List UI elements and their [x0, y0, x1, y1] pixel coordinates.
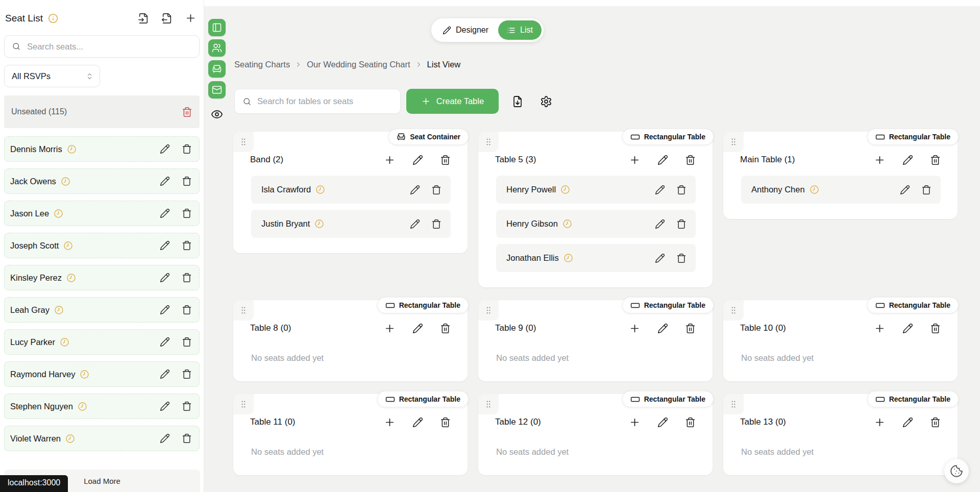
drag-handle[interactable]	[233, 300, 254, 321]
edit-table-button[interactable]	[657, 417, 668, 428]
edit-seat-button[interactable]	[410, 219, 420, 229]
toggle-sidebar-button[interactable]	[208, 19, 226, 36]
breadcrumb-seating-charts[interactable]: Seating Charts	[234, 60, 290, 69]
add-seat-to-table-button[interactable]	[874, 416, 886, 428]
export-seats-button[interactable]	[161, 13, 173, 24]
export-file-button[interactable]	[511, 95, 524, 108]
visibility-button[interactable]	[211, 108, 223, 120]
unseated-guest-row[interactable]: Dennis Morris	[4, 136, 200, 162]
delete-guest-button[interactable]	[182, 401, 192, 411]
edit-guest-button[interactable]	[160, 433, 170, 444]
unseated-guest-row[interactable]: Leah Gray	[4, 297, 200, 323]
add-seat-button[interactable]	[185, 12, 197, 24]
delete-seat-button[interactable]	[676, 185, 687, 195]
drag-handle[interactable]	[478, 132, 499, 152]
edit-guest-button[interactable]	[160, 369, 170, 379]
delete-table-button[interactable]	[930, 155, 941, 165]
delete-guest-button[interactable]	[182, 273, 192, 283]
delete-seat-button[interactable]	[676, 219, 687, 229]
edit-table-button[interactable]	[412, 417, 423, 428]
delete-guest-button[interactable]	[182, 305, 192, 315]
seat-row[interactable]: Henry Powell	[496, 176, 696, 204]
delete-guest-button[interactable]	[182, 433, 192, 444]
add-seat-to-table-button[interactable]	[874, 154, 886, 166]
seat-row[interactable]: Isla Crawford	[251, 176, 451, 204]
unseated-guest-row[interactable]: Joseph Scott	[4, 233, 200, 258]
rsvp-filter-select[interactable]: All RSVPs	[4, 65, 100, 87]
edit-guest-button[interactable]	[160, 401, 170, 411]
edit-table-button[interactable]	[412, 323, 423, 334]
edit-guest-button[interactable]	[160, 144, 170, 154]
cookie-consent-button[interactable]	[944, 459, 969, 483]
guests-button[interactable]	[208, 39, 226, 57]
table-search-input[interactable]	[257, 96, 393, 106]
edit-seat-button[interactable]	[900, 185, 910, 195]
unseated-guest-row[interactable]: Raymond Harvey	[4, 361, 200, 387]
drag-handle[interactable]	[723, 300, 744, 321]
import-seats-button[interactable]	[138, 13, 149, 24]
edit-guest-button[interactable]	[160, 273, 170, 283]
delete-table-button[interactable]	[440, 155, 451, 165]
settings-button[interactable]	[540, 95, 552, 108]
delete-table-button[interactable]	[930, 323, 941, 334]
seat-row[interactable]: Justin Bryant	[251, 210, 451, 238]
delete-table-button[interactable]	[930, 417, 941, 428]
delete-guest-button[interactable]	[182, 240, 192, 251]
add-seat-to-table-button[interactable]	[629, 416, 641, 428]
add-seat-to-table-button[interactable]	[629, 323, 641, 334]
edit-guest-button[interactable]	[160, 337, 170, 347]
drag-handle[interactable]	[723, 132, 744, 152]
edit-table-button[interactable]	[902, 323, 913, 334]
unseated-guest-row[interactable]: Lucy Parker	[4, 329, 200, 355]
seat-search-input[interactable]	[27, 42, 192, 52]
invitations-button[interactable]	[208, 81, 226, 99]
edit-guest-button[interactable]	[160, 240, 170, 251]
delete-table-button[interactable]	[685, 417, 696, 428]
delete-table-button[interactable]	[685, 155, 696, 165]
delete-guest-button[interactable]	[182, 208, 192, 218]
add-seat-to-table-button[interactable]	[629, 154, 641, 166]
unseated-guest-row[interactable]: Jason Lee	[4, 201, 200, 226]
drag-handle[interactable]	[478, 394, 499, 414]
unseated-guest-row[interactable]: Jack Owens	[4, 168, 200, 194]
breadcrumb-chart-name[interactable]: Our Wedding Seating Chart	[307, 60, 410, 69]
unseated-guest-row[interactable]: Kinsley Perez	[4, 265, 200, 290]
edit-table-button[interactable]	[412, 155, 423, 165]
unseated-guest-row[interactable]: Stephen Nguyen	[4, 393, 200, 419]
seat-row[interactable]: Jonathan Ellis	[496, 244, 696, 272]
edit-table-button[interactable]	[657, 155, 668, 165]
create-table-button[interactable]: Create Table	[406, 89, 499, 114]
delete-all-unseated-button[interactable]	[182, 107, 192, 117]
delete-seat-button[interactable]	[431, 185, 442, 195]
delete-guest-button[interactable]	[182, 176, 192, 186]
delete-table-button[interactable]	[440, 417, 451, 428]
edit-seat-button[interactable]	[655, 253, 665, 263]
edit-seat-button[interactable]	[655, 185, 665, 195]
delete-seat-button[interactable]	[431, 219, 442, 229]
edit-table-button[interactable]	[902, 417, 913, 428]
seat-row[interactable]: Henry Gibson	[496, 210, 696, 238]
delete-table-button[interactable]	[685, 323, 696, 334]
tab-list[interactable]: List	[498, 20, 542, 40]
add-seat-to-table-button[interactable]	[384, 323, 396, 334]
delete-guest-button[interactable]	[182, 369, 192, 379]
delete-seat-button[interactable]	[921, 185, 932, 195]
unseated-guest-row[interactable]: Violet Warren	[4, 426, 200, 451]
seat-row[interactable]: Anthony Chen	[741, 176, 941, 204]
delete-guest-button[interactable]	[182, 337, 192, 347]
seats-button[interactable]	[208, 60, 226, 78]
add-seat-to-table-button[interactable]	[384, 416, 396, 428]
drag-handle[interactable]	[233, 132, 254, 152]
edit-table-button[interactable]	[902, 155, 913, 165]
tab-designer[interactable]: Designer	[433, 20, 498, 40]
edit-table-button[interactable]	[657, 323, 668, 334]
edit-guest-button[interactable]	[160, 305, 170, 315]
delete-table-button[interactable]	[440, 323, 451, 334]
delete-guest-button[interactable]	[182, 144, 192, 154]
info-icon[interactable]	[48, 13, 58, 23]
edit-guest-button[interactable]	[160, 176, 170, 186]
drag-handle[interactable]	[478, 300, 499, 321]
delete-seat-button[interactable]	[676, 253, 687, 263]
drag-handle[interactable]	[233, 394, 254, 414]
add-seat-to-table-button[interactable]	[384, 154, 396, 166]
